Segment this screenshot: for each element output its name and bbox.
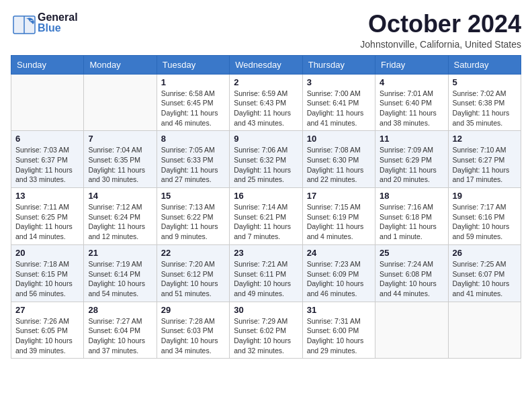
day-detail: Sunrise: 7:26 AM Sunset: 6:05 PM Dayligh…: [15, 316, 79, 356]
day-number: 19: [453, 191, 517, 201]
calendar-day-cell: 28Sunrise: 7:27 AM Sunset: 6:04 PM Dayli…: [84, 302, 157, 359]
day-number: 11: [380, 134, 443, 144]
day-detail: Sunrise: 7:21 AM Sunset: 6:11 PM Dayligh…: [234, 259, 298, 299]
calendar-day-cell: 9Sunrise: 7:06 AM Sunset: 6:32 PM Daylig…: [230, 131, 302, 188]
day-number: 22: [161, 248, 225, 258]
logo-general-text: General: [38, 12, 78, 23]
calendar-day-cell: 22Sunrise: 7:20 AM Sunset: 6:12 PM Dayli…: [157, 244, 229, 302]
calendar-week-row: 13Sunrise: 7:11 AM Sunset: 6:25 PM Dayli…: [11, 188, 521, 245]
weekday-header-wednesday: Wednesday: [230, 55, 302, 74]
calendar-day-cell: 31Sunrise: 7:31 AM Sunset: 6:00 PM Dayli…: [302, 302, 375, 359]
day-number: 28: [88, 305, 152, 315]
day-detail: Sunrise: 7:03 AM Sunset: 6:37 PM Dayligh…: [15, 145, 79, 185]
calendar-day-cell: [11, 74, 84, 131]
day-detail: Sunrise: 7:12 AM Sunset: 6:24 PM Dayligh…: [88, 202, 152, 242]
day-number: 30: [234, 305, 298, 315]
day-detail: Sunrise: 7:04 AM Sunset: 6:35 PM Dayligh…: [88, 145, 152, 185]
day-number: 26: [453, 248, 517, 258]
day-number: 12: [453, 134, 517, 144]
calendar-day-cell: 6Sunrise: 7:03 AM Sunset: 6:37 PM Daylig…: [11, 131, 84, 188]
calendar-day-cell: 21Sunrise: 7:19 AM Sunset: 6:14 PM Dayli…: [84, 244, 157, 302]
day-number: 16: [234, 191, 298, 201]
calendar-day-cell: 5Sunrise: 7:02 AM Sunset: 6:38 PM Daylig…: [448, 74, 521, 131]
day-number: 2: [234, 77, 298, 87]
weekday-header-tuesday: Tuesday: [157, 55, 229, 74]
day-number: 24: [307, 248, 371, 258]
calendar-day-cell: 27Sunrise: 7:26 AM Sunset: 6:05 PM Dayli…: [11, 302, 84, 359]
calendar-day-cell: 7Sunrise: 7:04 AM Sunset: 6:35 PM Daylig…: [84, 131, 157, 188]
title-block: October 2024 Johnstonville, California, …: [360, 11, 521, 50]
day-number: 31: [307, 305, 371, 315]
day-number: 13: [15, 191, 79, 201]
day-number: 29: [161, 305, 225, 315]
weekday-header-row: SundayMondayTuesdayWednesdayThursdayFrid…: [11, 55, 521, 74]
calendar-day-cell: 12Sunrise: 7:10 AM Sunset: 6:27 PM Dayli…: [448, 131, 521, 188]
day-detail: Sunrise: 7:09 AM Sunset: 6:29 PM Dayligh…: [380, 145, 443, 185]
calendar-week-row: 27Sunrise: 7:26 AM Sunset: 6:05 PM Dayli…: [11, 302, 521, 359]
day-number: 10: [307, 134, 371, 144]
header: General Blue October 2024 Johnstonville,…: [11, 11, 521, 50]
day-number: 17: [307, 191, 371, 201]
calendar-day-cell: 20Sunrise: 7:18 AM Sunset: 6:15 PM Dayli…: [11, 244, 84, 302]
day-detail: Sunrise: 7:17 AM Sunset: 6:16 PM Dayligh…: [453, 202, 517, 242]
day-number: 27: [15, 305, 79, 315]
calendar-table: SundayMondayTuesdayWednesdayThursdayFrid…: [11, 55, 521, 359]
day-detail: Sunrise: 7:24 AM Sunset: 6:08 PM Dayligh…: [380, 259, 443, 299]
month-title: October 2024: [360, 11, 521, 38]
calendar-day-cell: 18Sunrise: 7:16 AM Sunset: 6:18 PM Dayli…: [375, 188, 448, 245]
weekday-header-monday: Monday: [84, 55, 157, 74]
day-detail: Sunrise: 7:16 AM Sunset: 6:18 PM Dayligh…: [380, 202, 443, 242]
day-detail: Sunrise: 7:27 AM Sunset: 6:04 PM Dayligh…: [88, 316, 152, 356]
day-number: 23: [234, 248, 298, 258]
day-number: 6: [15, 134, 79, 144]
day-detail: Sunrise: 7:02 AM Sunset: 6:38 PM Dayligh…: [453, 89, 517, 128]
calendar-day-cell: 17Sunrise: 7:15 AM Sunset: 6:19 PM Dayli…: [302, 188, 375, 245]
day-number: 4: [380, 77, 443, 87]
weekday-header-saturday: Saturday: [448, 55, 521, 74]
day-detail: Sunrise: 7:05 AM Sunset: 6:33 PM Dayligh…: [161, 145, 225, 185]
calendar-day-cell: 2Sunrise: 6:59 AM Sunset: 6:43 PM Daylig…: [230, 74, 302, 131]
day-detail: Sunrise: 7:19 AM Sunset: 6:14 PM Dayligh…: [88, 259, 152, 299]
day-detail: Sunrise: 7:08 AM Sunset: 6:30 PM Dayligh…: [307, 145, 371, 185]
day-number: 1: [161, 77, 225, 87]
weekday-header-thursday: Thursday: [302, 55, 375, 74]
day-number: 20: [15, 248, 79, 258]
logo: General Blue: [11, 11, 78, 35]
day-detail: Sunrise: 7:13 AM Sunset: 6:22 PM Dayligh…: [161, 202, 225, 242]
day-detail: Sunrise: 7:01 AM Sunset: 6:40 PM Dayligh…: [380, 89, 443, 128]
day-number: 15: [161, 191, 225, 201]
day-detail: Sunrise: 7:31 AM Sunset: 6:00 PM Dayligh…: [307, 316, 371, 356]
day-detail: Sunrise: 7:18 AM Sunset: 6:15 PM Dayligh…: [15, 259, 79, 299]
day-detail: Sunrise: 7:28 AM Sunset: 6:03 PM Dayligh…: [161, 316, 225, 356]
calendar-day-cell: [84, 74, 157, 131]
day-detail: Sunrise: 6:59 AM Sunset: 6:43 PM Dayligh…: [234, 89, 298, 128]
calendar-day-cell: 10Sunrise: 7:08 AM Sunset: 6:30 PM Dayli…: [302, 131, 375, 188]
calendar-day-cell: 3Sunrise: 7:00 AM Sunset: 6:41 PM Daylig…: [302, 74, 375, 131]
calendar-day-cell: [375, 302, 448, 359]
calendar-day-cell: 30Sunrise: 7:29 AM Sunset: 6:02 PM Dayli…: [230, 302, 302, 359]
calendar-day-cell: 16Sunrise: 7:14 AM Sunset: 6:21 PM Dayli…: [230, 188, 302, 245]
calendar-day-cell: 11Sunrise: 7:09 AM Sunset: 6:29 PM Dayli…: [375, 131, 448, 188]
location: Johnstonville, California, United States: [360, 39, 521, 50]
day-number: 18: [380, 191, 443, 201]
calendar-week-row: 20Sunrise: 7:18 AM Sunset: 6:15 PM Dayli…: [11, 244, 521, 302]
calendar-day-cell: 24Sunrise: 7:23 AM Sunset: 6:09 PM Dayli…: [302, 244, 375, 302]
calendar-day-cell: 26Sunrise: 7:25 AM Sunset: 6:07 PM Dayli…: [448, 244, 521, 302]
calendar-day-cell: 14Sunrise: 7:12 AM Sunset: 6:24 PM Dayli…: [84, 188, 157, 245]
calendar-day-cell: 8Sunrise: 7:05 AM Sunset: 6:33 PM Daylig…: [157, 131, 229, 188]
day-number: 9: [234, 134, 298, 144]
logo-icon: [11, 11, 35, 35]
day-number: 8: [161, 134, 225, 144]
day-number: 14: [88, 191, 152, 201]
day-detail: Sunrise: 7:10 AM Sunset: 6:27 PM Dayligh…: [453, 145, 517, 185]
day-number: 21: [88, 248, 152, 258]
weekday-header-sunday: Sunday: [11, 55, 84, 74]
day-detail: Sunrise: 7:06 AM Sunset: 6:32 PM Dayligh…: [234, 145, 298, 185]
day-number: 5: [453, 77, 517, 87]
calendar-day-cell: [448, 302, 521, 359]
day-detail: Sunrise: 6:58 AM Sunset: 6:45 PM Dayligh…: [161, 89, 225, 128]
day-detail: Sunrise: 7:20 AM Sunset: 6:12 PM Dayligh…: [161, 259, 225, 299]
calendar-day-cell: 4Sunrise: 7:01 AM Sunset: 6:40 PM Daylig…: [375, 74, 448, 131]
logo-blue-text: Blue: [38, 23, 78, 34]
calendar-day-cell: 1Sunrise: 6:58 AM Sunset: 6:45 PM Daylig…: [157, 74, 229, 131]
